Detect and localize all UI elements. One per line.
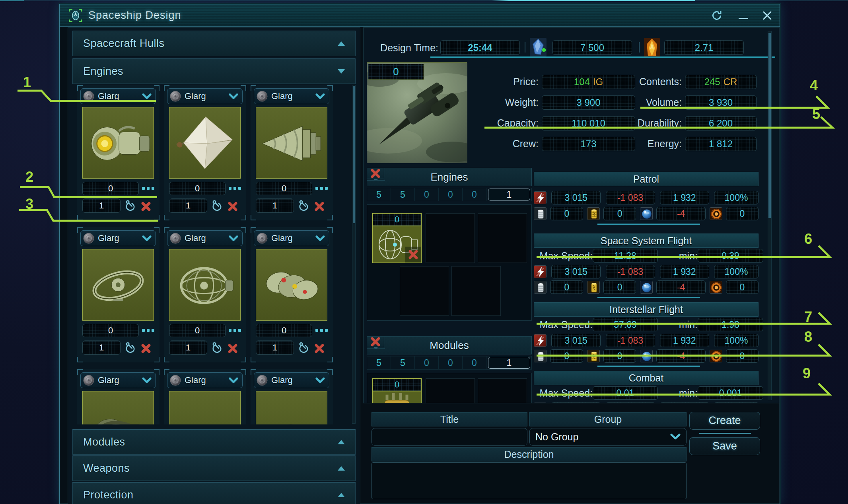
min-speed-value: 1.98 [698,318,763,331]
quantity-input[interactable]: 1 [256,341,294,355]
empty-slot[interactable] [478,213,527,263]
remove-engine-icon[interactable] [313,342,325,354]
engine-type-dropdown[interactable]: Glarg [80,230,156,246]
drag-hand-icon[interactable] [297,341,311,355]
engine-image[interactable] [82,391,154,424]
remove-group-icon[interactable] [367,168,384,179]
ship-stats-row: Crew:173Energy:1 812 [364,137,779,151]
design-scrollbar[interactable] [768,31,772,400]
stock-input[interactable]: 0 [169,324,226,337]
more-options-icon[interactable] [315,329,328,332]
stock-input[interactable]: 0 [169,182,226,195]
empty-slot[interactable] [400,266,449,316]
stock-input[interactable]: 0 [256,324,312,337]
engine-type-dropdown[interactable]: Glarg [167,230,243,246]
remove-engine-icon[interactable] [227,342,239,354]
dot [229,329,231,332]
engine-image[interactable] [256,107,327,179]
remove-slot-item-icon[interactable] [405,247,421,263]
empty-slot[interactable] [426,213,475,263]
stock-input[interactable]: 0 [256,182,312,195]
engine-type-label: Glarg [271,91,315,101]
drag-hand-icon[interactable] [123,199,138,213]
group-dropdown[interactable]: No Group [529,428,687,446]
engine-image[interactable] [169,107,241,179]
card-corner-bracket [164,215,169,220]
engine-image[interactable] [169,249,241,321]
engine-type-dropdown[interactable]: Glarg [167,372,243,388]
more-options-icon[interactable] [315,187,328,190]
quantity-input[interactable]: 1 [256,198,294,213]
engine-type-label: Glarg [271,233,315,243]
empty-slot[interactable] [451,266,501,316]
minimize-button[interactable] [736,8,751,23]
remove-group-icon[interactable] [367,336,384,347]
selected-count-input[interactable]: 1 [488,189,530,200]
engine-image[interactable] [82,249,154,321]
engine-card: Glarg [77,369,159,424]
engine-image[interactable] [169,391,241,424]
engine-type-dropdown[interactable]: Glarg [254,230,329,246]
remove-engine-icon[interactable] [227,200,239,212]
quantity-input[interactable]: 1 [169,198,207,213]
accordion-weapons[interactable]: Weapons [72,455,356,481]
remove-engine-icon[interactable] [140,342,152,354]
engine-card: Glarg01 [251,85,333,220]
accordion-protection[interactable]: Protection [72,482,356,504]
save-button[interactable]: Save [689,437,760,455]
engine-type-dropdown[interactable]: Glarg [254,88,329,104]
lightning-icon [534,191,547,204]
stock-input[interactable]: 0 [82,182,139,195]
engine-image[interactable] [256,249,327,321]
card-corner-bracket [77,357,83,362]
drag-hand-icon[interactable] [210,341,224,355]
engine-image[interactable] [82,107,154,179]
description-textarea[interactable] [371,462,687,499]
stock-input[interactable]: 0 [82,324,139,337]
more-options-icon[interactable] [229,329,241,332]
more-options-icon[interactable] [142,329,154,332]
scrollbar-thumb[interactable] [768,33,771,218]
more-options-icon[interactable] [229,187,241,190]
drag-hand-icon[interactable] [210,199,224,213]
engine-image[interactable] [256,391,327,424]
filled-slot[interactable]: 0 [372,213,422,263]
dot [325,329,328,332]
faction-emblem-icon [170,91,181,102]
create-button[interactable]: Create [689,412,760,430]
engine-type-label: Glarg [185,375,229,385]
engine-grid-scrollbar[interactable] [352,85,356,424]
accordion-engines[interactable]: Engines [72,58,356,84]
ship-stats-row: Weight:3 900Volume:3 930 [364,95,779,110]
fuel-canister-icon [534,207,547,220]
engine-type-dropdown[interactable]: Glarg [167,88,243,104]
empty-slot[interactable] [478,378,527,403]
resource-balance-row: 00-40 [534,280,759,294]
refresh-button[interactable] [709,8,724,23]
drag-hand-icon[interactable] [297,199,311,213]
title-input[interactable] [371,428,527,446]
annotation-number-7: 7 [804,309,812,325]
quantity-input[interactable]: 1 [82,341,121,355]
scrollbar-thumb[interactable] [353,86,355,223]
fuel-canister-icon [534,281,547,294]
selected-count-input[interactable]: 1 [488,357,530,369]
engine-type-dropdown[interactable]: Glarg [80,88,156,104]
dot [320,187,323,190]
quantity-input[interactable]: 1 [169,341,207,355]
accordion-spacecraft-hulls[interactable]: Spacecraft Hulls [72,31,356,56]
resource-value: 0 [550,280,583,294]
dot [320,329,323,332]
engine-type-dropdown[interactable]: Glarg [254,372,329,388]
empty-slot[interactable] [426,378,475,403]
background-accent-line [0,0,848,1]
accordion-modules[interactable]: Modules [72,429,356,455]
engine-type-dropdown[interactable]: Glarg [80,372,156,388]
drag-hand-icon[interactable] [123,341,138,355]
quantity-input[interactable]: 1 [82,198,121,213]
more-options-icon[interactable] [142,187,154,190]
close-button[interactable] [760,8,775,23]
filled-slot[interactable]: 0 [372,378,422,403]
remove-engine-icon[interactable] [313,200,325,212]
remove-engine-icon[interactable] [140,200,152,212]
